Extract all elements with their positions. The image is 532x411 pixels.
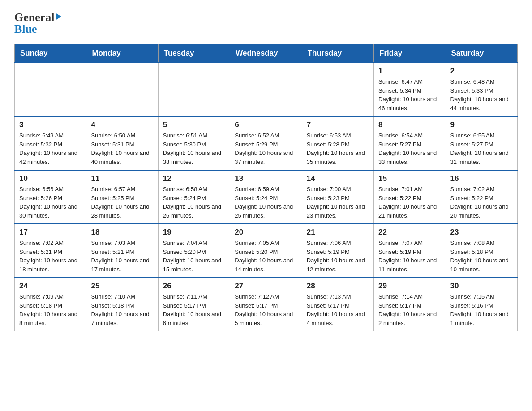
calendar-cell: 27Sunrise: 7:12 AMSunset: 5:17 PMDayligh… xyxy=(230,278,302,331)
day-number: 25 xyxy=(91,282,153,291)
calendar-cell: 19Sunrise: 7:04 AMSunset: 5:20 PMDayligh… xyxy=(158,224,230,278)
calendar-cell: 23Sunrise: 7:08 AMSunset: 5:18 PMDayligh… xyxy=(446,224,517,278)
day-info: Sunrise: 7:07 AMSunset: 5:19 PMDaylight:… xyxy=(378,239,441,274)
day-info: Sunrise: 6:48 AMSunset: 5:33 PMDaylight:… xyxy=(450,77,513,112)
day-number: 21 xyxy=(307,228,369,237)
calendar-cell: 12Sunrise: 6:58 AMSunset: 5:24 PMDayligh… xyxy=(158,170,230,224)
day-number: 30 xyxy=(450,282,513,291)
day-info: Sunrise: 7:04 AMSunset: 5:20 PMDaylight:… xyxy=(163,239,225,274)
day-number: 5 xyxy=(163,120,225,129)
calendar-cell: 25Sunrise: 7:10 AMSunset: 5:18 PMDayligh… xyxy=(86,278,158,331)
day-info: Sunrise: 6:47 AMSunset: 5:34 PMDaylight:… xyxy=(378,77,441,112)
day-number: 1 xyxy=(378,67,441,76)
day-number: 18 xyxy=(91,228,153,237)
day-number: 11 xyxy=(91,174,153,183)
calendar-cell: 13Sunrise: 6:59 AMSunset: 5:24 PMDayligh… xyxy=(230,170,302,224)
calendar-cell: 16Sunrise: 7:02 AMSunset: 5:22 PMDayligh… xyxy=(446,170,517,224)
calendar-cell: 22Sunrise: 7:07 AMSunset: 5:19 PMDayligh… xyxy=(374,224,446,278)
calendar-cell xyxy=(302,63,373,116)
calendar-cell xyxy=(86,63,158,116)
day-info: Sunrise: 7:02 AMSunset: 5:21 PMDaylight:… xyxy=(19,239,82,274)
day-info: Sunrise: 7:06 AMSunset: 5:19 PMDaylight:… xyxy=(307,239,369,274)
day-number: 9 xyxy=(450,120,513,129)
calendar-cell: 29Sunrise: 7:14 AMSunset: 5:17 PMDayligh… xyxy=(374,278,446,331)
calendar-cell: 30Sunrise: 7:15 AMSunset: 5:16 PMDayligh… xyxy=(446,278,517,331)
calendar-cell xyxy=(230,63,302,116)
calendar-cell: 10Sunrise: 6:56 AMSunset: 5:26 PMDayligh… xyxy=(15,170,86,224)
calendar-cell: 26Sunrise: 7:11 AMSunset: 5:17 PMDayligh… xyxy=(158,278,230,331)
calendar-cell: 2Sunrise: 6:48 AMSunset: 5:33 PMDaylight… xyxy=(446,63,517,116)
day-number: 8 xyxy=(378,120,441,129)
weekday-header-monday: Monday xyxy=(86,44,158,63)
day-number: 7 xyxy=(307,120,369,129)
day-info: Sunrise: 6:52 AMSunset: 5:29 PMDaylight:… xyxy=(235,131,297,166)
page-header: General Blue xyxy=(14,11,518,36)
day-info: Sunrise: 7:00 AMSunset: 5:23 PMDaylight:… xyxy=(307,185,369,220)
day-number: 22 xyxy=(378,228,441,237)
day-info: Sunrise: 7:12 AMSunset: 5:17 PMDaylight:… xyxy=(235,292,297,327)
weekday-header-friday: Friday xyxy=(374,44,446,63)
day-info: Sunrise: 6:50 AMSunset: 5:31 PMDaylight:… xyxy=(91,131,153,166)
calendar-cell: 9Sunrise: 6:55 AMSunset: 5:27 PMDaylight… xyxy=(446,116,517,170)
day-info: Sunrise: 6:51 AMSunset: 5:30 PMDaylight:… xyxy=(163,131,225,166)
calendar-cell: 8Sunrise: 6:54 AMSunset: 5:27 PMDaylight… xyxy=(374,116,446,170)
calendar-cell: 20Sunrise: 7:05 AMSunset: 5:20 PMDayligh… xyxy=(230,224,302,278)
calendar-cell: 11Sunrise: 6:57 AMSunset: 5:25 PMDayligh… xyxy=(86,170,158,224)
day-info: Sunrise: 7:10 AMSunset: 5:18 PMDaylight:… xyxy=(91,292,153,327)
weekday-header-wednesday: Wednesday xyxy=(230,44,302,63)
day-info: Sunrise: 6:56 AMSunset: 5:26 PMDaylight:… xyxy=(19,185,82,220)
day-number: 19 xyxy=(163,228,225,237)
day-number: 29 xyxy=(378,282,441,291)
day-info: Sunrise: 6:49 AMSunset: 5:32 PMDaylight:… xyxy=(19,131,82,166)
day-number: 15 xyxy=(378,174,441,183)
day-info: Sunrise: 6:57 AMSunset: 5:25 PMDaylight:… xyxy=(91,185,153,220)
day-info: Sunrise: 7:03 AMSunset: 5:21 PMDaylight:… xyxy=(91,239,153,274)
calendar-cell: 28Sunrise: 7:13 AMSunset: 5:17 PMDayligh… xyxy=(302,278,373,331)
day-info: Sunrise: 6:54 AMSunset: 5:27 PMDaylight:… xyxy=(378,131,441,166)
weekday-header-saturday: Saturday xyxy=(446,44,517,63)
calendar-cell: 6Sunrise: 6:52 AMSunset: 5:29 PMDaylight… xyxy=(230,116,302,170)
day-info: Sunrise: 7:11 AMSunset: 5:17 PMDaylight:… xyxy=(163,292,225,327)
day-number: 2 xyxy=(450,67,513,76)
calendar-cell: 17Sunrise: 7:02 AMSunset: 5:21 PMDayligh… xyxy=(15,224,86,278)
calendar-cell xyxy=(158,63,230,116)
day-number: 4 xyxy=(91,120,153,129)
calendar-week-3: 10Sunrise: 6:56 AMSunset: 5:26 PMDayligh… xyxy=(15,170,518,224)
day-number: 27 xyxy=(235,282,297,291)
day-number: 12 xyxy=(163,174,225,183)
calendar-cell: 24Sunrise: 7:09 AMSunset: 5:18 PMDayligh… xyxy=(15,278,86,331)
logo: General Blue xyxy=(14,11,61,36)
day-number: 6 xyxy=(235,120,297,129)
day-number: 17 xyxy=(19,228,82,237)
day-info: Sunrise: 7:01 AMSunset: 5:22 PMDaylight:… xyxy=(378,185,441,220)
day-number: 23 xyxy=(450,228,513,237)
day-info: Sunrise: 7:15 AMSunset: 5:16 PMDaylight:… xyxy=(450,292,513,327)
day-number: 26 xyxy=(163,282,225,291)
day-info: Sunrise: 6:59 AMSunset: 5:24 PMDaylight:… xyxy=(235,185,297,220)
day-number: 24 xyxy=(19,282,82,291)
day-info: Sunrise: 6:55 AMSunset: 5:27 PMDaylight:… xyxy=(450,131,513,166)
day-info: Sunrise: 6:53 AMSunset: 5:28 PMDaylight:… xyxy=(307,131,369,166)
weekday-header-row: SundayMondayTuesdayWednesdayThursdayFrid… xyxy=(15,44,518,63)
day-info: Sunrise: 7:13 AMSunset: 5:17 PMDaylight:… xyxy=(307,292,369,327)
day-info: Sunrise: 7:14 AMSunset: 5:17 PMDaylight:… xyxy=(378,292,441,327)
day-info: Sunrise: 7:02 AMSunset: 5:22 PMDaylight:… xyxy=(450,185,513,220)
calendar-cell: 7Sunrise: 6:53 AMSunset: 5:28 PMDaylight… xyxy=(302,116,373,170)
day-number: 28 xyxy=(307,282,369,291)
weekday-header-thursday: Thursday xyxy=(302,44,373,63)
day-info: Sunrise: 6:58 AMSunset: 5:24 PMDaylight:… xyxy=(163,185,225,220)
calendar-cell: 5Sunrise: 6:51 AMSunset: 5:30 PMDaylight… xyxy=(158,116,230,170)
logo-blue: Blue xyxy=(14,22,37,36)
calendar-week-4: 17Sunrise: 7:02 AMSunset: 5:21 PMDayligh… xyxy=(15,224,518,278)
calendar-cell: 1Sunrise: 6:47 AMSunset: 5:34 PMDaylight… xyxy=(374,63,446,116)
weekday-header-sunday: Sunday xyxy=(15,44,86,63)
calendar-week-5: 24Sunrise: 7:09 AMSunset: 5:18 PMDayligh… xyxy=(15,278,518,331)
calendar-cell: 3Sunrise: 6:49 AMSunset: 5:32 PMDaylight… xyxy=(15,116,86,170)
calendar-cell xyxy=(15,63,86,116)
day-number: 14 xyxy=(307,174,369,183)
weekday-header-tuesday: Tuesday xyxy=(158,44,230,63)
day-info: Sunrise: 7:05 AMSunset: 5:20 PMDaylight:… xyxy=(235,239,297,274)
day-number: 20 xyxy=(235,228,297,237)
calendar-week-2: 3Sunrise: 6:49 AMSunset: 5:32 PMDaylight… xyxy=(15,116,518,170)
calendar-cell: 15Sunrise: 7:01 AMSunset: 5:22 PMDayligh… xyxy=(374,170,446,224)
